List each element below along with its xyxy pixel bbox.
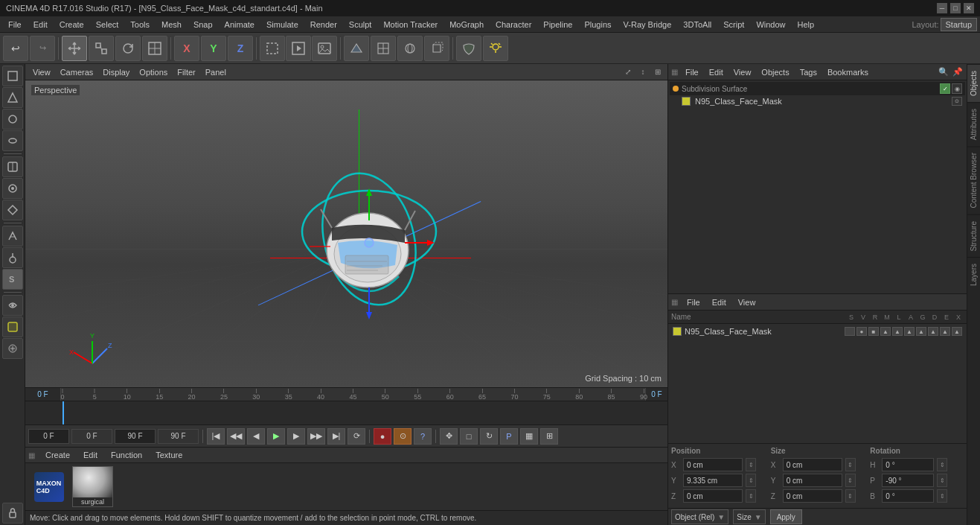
tab-attributes[interactable]: Attributes [967,102,980,146]
render-region-button[interactable] [260,36,285,61]
material-swatch-surgical[interactable]: surgical [72,466,113,507]
rot-h-field[interactable]: 0 ° [882,458,934,471]
apply-button[interactable]: Apply [770,509,802,524]
left-tool-7[interactable] [2,226,23,246]
material-texture-btn[interactable]: Texture [150,449,188,461]
rot-b-field[interactable]: 0 ° [882,489,934,503]
left-tool-12[interactable] [2,338,23,359]
left-tool-1[interactable] [2,87,23,108]
scene-item-mask[interactable]: N95_Class_Face_Mask ⊙ [670,95,965,107]
timeline-content[interactable] [25,401,667,424]
menu-file[interactable]: File [3,19,27,31]
pos-x-field[interactable]: 0 cm [683,458,743,471]
obj-icon-r[interactable]: ■ [868,327,879,336]
view-front-button[interactable] [397,36,423,61]
left-tool-0[interactable] [2,66,23,86]
rotate-tool-button[interactable] [115,36,141,61]
view-perspective-button[interactable] [344,36,369,61]
motion-mode-2[interactable]: □ [460,428,478,445]
menu-character[interactable]: Character [490,19,537,31]
pos-y-field[interactable]: 9.335 cm [683,474,743,487]
obj-icon-s[interactable] [845,327,855,336]
left-tool-11[interactable] [2,316,23,337]
light-button[interactable] [483,36,508,61]
motion-mode-3[interactable]: ↻ [480,428,498,445]
material-create-btn[interactable]: Create [39,449,76,461]
x-axis-button[interactable]: X [174,36,199,61]
viewport-camera-icon[interactable]: ⊞ [651,66,664,79]
scene-item-icon-1[interactable]: ⊙ [952,97,962,106]
y-axis-button[interactable]: Y [201,36,226,61]
obj-icon-a[interactable]: ▲ [904,327,915,336]
menu-render[interactable]: Render [305,19,342,31]
step-back-button[interactable]: ◀◀ [227,428,245,445]
undo-button[interactable]: ↩ [3,36,28,61]
viewport-filter-menu[interactable]: Filter [173,67,199,77]
record-button[interactable]: ● [374,428,391,445]
size-z-field[interactable]: 0 cm [783,489,842,503]
coord-system-dropdown[interactable]: Object (Rel) ▼ [671,509,728,524]
pos-x-spinner[interactable]: ⇕ [746,458,756,471]
play-button[interactable]: ▶ [267,428,285,445]
timeline-playhead[interactable] [63,401,64,424]
pos-z-spinner[interactable]: ⇕ [746,489,756,503]
tab-structure[interactable]: Structure [967,214,980,258]
menu-mograph[interactable]: MoGraph [444,19,489,31]
redo-button[interactable]: ↪ [30,36,55,61]
menu-animate[interactable]: Animate [220,19,260,31]
menu-mesh[interactable]: Mesh [156,19,187,31]
menu-select[interactable]: Select [91,19,124,31]
tab-objects[interactable]: Objects [967,64,980,102]
viewport-options-menu[interactable]: Options [135,67,172,77]
record-auto-button[interactable]: ⊙ [394,428,411,445]
obj-icon-g[interactable]: ▲ [916,327,926,336]
rot-p-spinner[interactable]: ⇕ [937,474,947,487]
left-tool-4[interactable] [2,156,23,177]
end-frame-field[interactable]: 90 F [115,429,156,444]
material-edit-btn[interactable]: Edit [77,449,103,461]
scene-bookmarks-btn[interactable]: Bookmarks [823,66,873,78]
view-right-button[interactable] [424,36,449,61]
scene-view-btn[interactable]: View [729,66,756,78]
loop-button[interactable]: ⟳ [348,428,365,445]
maximize-button[interactable]: □ [950,3,961,13]
size-y-field[interactable]: 0 cm [783,474,842,487]
left-tool-6[interactable] [2,200,23,220]
scene-pin-icon[interactable]: 📌 [952,66,964,78]
z-axis-button[interactable]: Z [228,36,253,61]
menu-simulate[interactable]: Simulate [261,19,304,31]
obj-icon-x[interactable]: ▲ [952,327,962,336]
left-tool-10[interactable] [2,295,23,316]
menu-help[interactable]: Help [792,19,820,31]
rot-p-field[interactable]: -90 ° [882,474,934,487]
viewport-expand-icon[interactable]: ⤢ [621,66,635,79]
step-forward-button[interactable]: ▶▶ [307,428,325,445]
tab-content-browser[interactable]: Content Browser [967,146,980,214]
menu-3dtoall[interactable]: 3DToAll [678,19,717,31]
goto-end-button[interactable]: ▶| [327,428,345,445]
left-tool-lock[interactable] [2,503,23,524]
menu-vray[interactable]: V-Ray Bridge [618,19,677,31]
scene-edit-btn[interactable]: Edit [705,66,728,78]
viewport-panel-menu[interactable]: Panel [201,67,231,77]
render-frame-button[interactable] [286,36,311,61]
motion-mode-4[interactable]: P [500,428,518,445]
menu-motion-tracker[interactable]: Motion Tracker [378,19,443,31]
menu-window[interactable]: Window [751,19,790,31]
render-to-picture-button[interactable] [312,36,337,61]
start-frame-field[interactable]: 0 F [71,429,112,444]
next-frame-button[interactable]: ▶ [287,428,305,445]
viewport-3d[interactable]: Z X Y Perspective Grid Spacing : 10 cm [25,80,667,387]
viewport-display-menu[interactable]: Display [98,67,134,77]
menu-edit[interactable]: Edit [28,19,53,31]
size-x-field[interactable]: 0 cm [783,458,842,471]
size-system-dropdown[interactable]: Size ▼ [733,509,765,524]
prev-frame-button[interactable]: ◀ [247,428,265,445]
menu-tools[interactable]: Tools [125,19,155,31]
timeline-ruler[interactable]: 0 F 0 F 05101520253035404550556065707580… [25,388,667,401]
menu-script[interactable]: Script [718,19,749,31]
scene-file-btn[interactable]: File [681,66,703,78]
scene-objects-btn[interactable]: Objects [757,66,793,78]
left-tool-3[interactable] [2,130,23,151]
size-z-spinner[interactable]: ⇕ [845,489,856,503]
